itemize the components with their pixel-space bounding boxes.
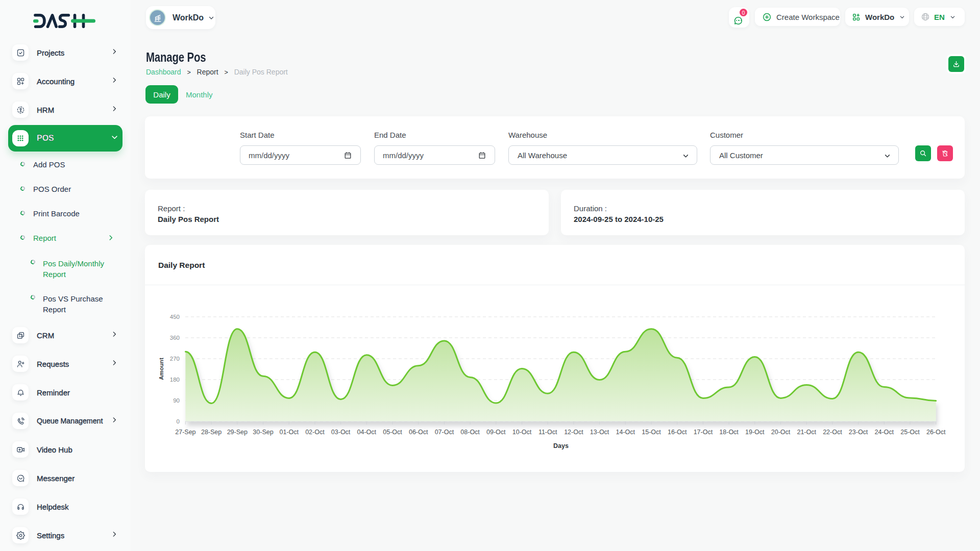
svg-text:05-Oct: 05-Oct [383,429,402,436]
svg-text:18-Oct: 18-Oct [719,429,739,436]
svg-text:14-Oct: 14-Oct [616,429,635,436]
svg-text:29-Sep: 29-Sep [227,429,248,436]
svg-text:360: 360 [170,335,180,341]
svg-text:17-Oct: 17-Oct [694,429,713,436]
svg-text:21-Oct: 21-Oct [797,429,816,436]
svg-text:19-Oct: 19-Oct [745,429,765,436]
svg-text:Days: Days [553,442,569,449]
svg-text:23-Oct: 23-Oct [849,429,868,436]
svg-text:13-Oct: 13-Oct [590,429,609,436]
svg-text:26-Oct: 26-Oct [926,429,946,436]
svg-text:03-Oct: 03-Oct [331,429,351,436]
svg-text:16-Oct: 16-Oct [668,429,687,436]
svg-text:450: 450 [170,314,180,320]
svg-text:07-Oct: 07-Oct [435,429,454,436]
svg-text:27-Sep: 27-Sep [175,429,195,436]
svg-text:180: 180 [170,377,180,383]
svg-text:12-Oct: 12-Oct [564,429,583,436]
svg-text:20-Oct: 20-Oct [771,429,791,436]
svg-text:28-Sep: 28-Sep [201,429,222,436]
svg-text:08-Oct: 08-Oct [460,429,480,436]
svg-text:04-Oct: 04-Oct [357,429,377,436]
svg-text:90: 90 [173,397,180,404]
svg-text:10-Oct: 10-Oct [512,429,532,436]
svg-text:270: 270 [170,356,180,362]
svg-text:25-Oct: 25-Oct [900,429,920,436]
svg-text:02-Oct: 02-Oct [305,429,325,436]
svg-text:Amount: Amount [158,358,164,380]
svg-text:0: 0 [177,418,180,424]
svg-text:15-Oct: 15-Oct [642,429,661,436]
svg-text:06-Oct: 06-Oct [409,429,428,436]
svg-text:01-Oct: 01-Oct [279,429,299,436]
svg-text:24-Oct: 24-Oct [875,429,894,436]
svg-text:30-Sep: 30-Sep [253,429,273,436]
svg-text:22-Oct: 22-Oct [823,429,842,436]
svg-text:09-Oct: 09-Oct [486,429,506,436]
svg-text:11-Oct: 11-Oct [538,429,557,436]
